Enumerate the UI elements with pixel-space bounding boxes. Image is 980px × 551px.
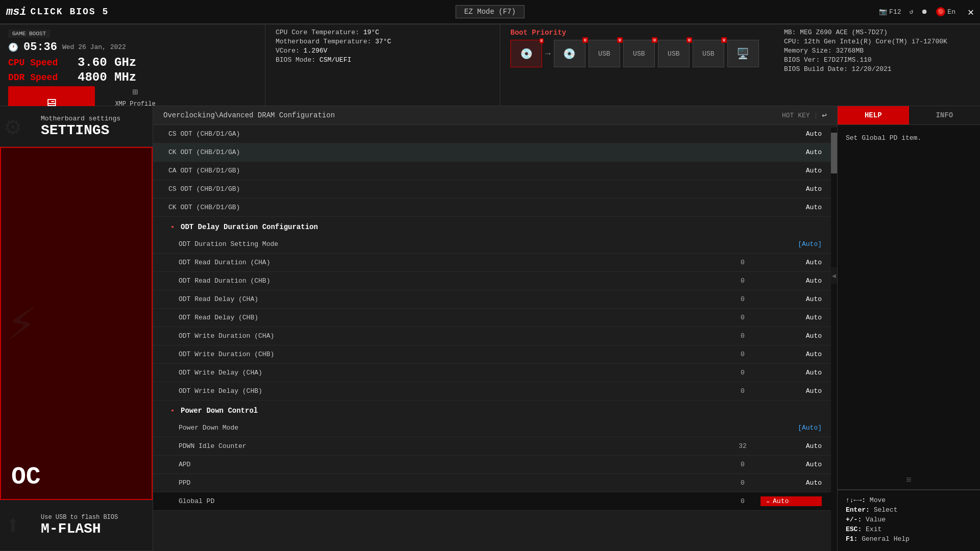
boot-device-1-icon: 💿 bbox=[520, 47, 533, 60]
key-f1: F1: General Help bbox=[846, 535, 972, 543]
row-odt-write-delay-cha[interactable]: ODT Write Delay (CHA) 0 Auto bbox=[153, 364, 837, 382]
boot-priority-label: Boot Priority bbox=[510, 29, 766, 37]
row-power-down-mode[interactable]: Power Down Mode [Auto] bbox=[153, 419, 837, 437]
row-odt-read-chb[interactable]: ODT Read Duration (CHB) 0 Auto bbox=[153, 272, 837, 290]
game-boost-button[interactable]: GAME BOOST bbox=[8, 30, 50, 38]
collapse-odt-btn[interactable]: ▪ bbox=[168, 223, 177, 231]
clock-time: 05:36 bbox=[23, 41, 57, 54]
vcore: VCore: 1.296V bbox=[276, 47, 489, 55]
usb-label-4: USB bbox=[633, 50, 645, 58]
usb-icon: ⬆ bbox=[5, 510, 20, 541]
row-odt-read-delay-cha[interactable]: ODT Read Delay (CHA) 0 Auto bbox=[153, 290, 837, 309]
tab-help[interactable]: HELP bbox=[838, 106, 909, 124]
mflash-title: M-FLASH bbox=[41, 521, 118, 537]
mb-info-5: BIOS Build Date: 12/20/2021 bbox=[784, 65, 972, 73]
clock-icon: 🕐 bbox=[8, 42, 18, 53]
language-control[interactable]: 🔴 En bbox=[936, 7, 955, 16]
boot-device-7-icon: 🖥️ bbox=[737, 47, 749, 60]
gear-icon: ⚙ bbox=[5, 111, 20, 142]
temp-cpu: CPU Core Temperature: 19°C bbox=[276, 29, 489, 36]
cpu-speed-value: 3.60 GHz bbox=[78, 56, 136, 69]
key-enter: Enter: Select bbox=[846, 506, 972, 514]
boot-arrow-1: → bbox=[545, 48, 551, 59]
usb-badge-1: U bbox=[540, 38, 544, 43]
refresh-control[interactable]: ↺ bbox=[910, 8, 914, 16]
row-pdwn-idle[interactable]: PDWN Idle Counter 32 Auto bbox=[153, 437, 837, 456]
row-odt-duration-mode[interactable]: ODT Duration Setting Mode [Auto] bbox=[153, 235, 837, 254]
ez-mode-button[interactable]: EZ Mode (F7) bbox=[456, 5, 525, 18]
row-ca-odt-chb-d1-gb[interactable]: CA ODT (CHB/D1/GB) Auto bbox=[153, 162, 837, 180]
hotkey-area: HOT KEY | ↩ bbox=[782, 110, 827, 120]
collapse-power-btn[interactable]: ▪ bbox=[168, 407, 177, 415]
screenshot-control[interactable]: 📷 F12 bbox=[879, 8, 901, 16]
scrollbar-track[interactable] bbox=[831, 128, 837, 551]
boot-device-3[interactable]: USB U bbox=[589, 40, 620, 67]
row-odt-read-cha[interactable]: ODT Read Duration (CHA) 0 Auto bbox=[153, 254, 837, 272]
sidebar-item-oc[interactable]: ⚡ OC bbox=[0, 147, 153, 500]
row-ck-odt-chb-d1-gb[interactable]: CK ODT (CHB/D1/GB) Auto bbox=[153, 198, 837, 217]
clock-row: 🕐 05:36 Wed 26 Jan, 2022 bbox=[8, 41, 257, 54]
top-bar: msi CLICK BIOS 5 EZ Mode (F7) 📷 F12 ↺ ⏺ … bbox=[0, 0, 980, 24]
record-control[interactable]: ⏺ bbox=[921, 8, 928, 16]
top-right-controls: 📷 F12 ↺ ⏺ 🔴 En ✕ bbox=[879, 6, 974, 18]
row-odt-write-dur-chb[interactable]: ODT Write Duration (CHB) 0 Auto bbox=[153, 345, 837, 364]
back-button[interactable]: ↩ bbox=[822, 110, 827, 120]
boot-device-7[interactable]: 🖥️ bbox=[727, 40, 759, 67]
row-cs-odt-chb-d1-ga[interactable]: CS ODT (CHB/D1/GA) Auto bbox=[153, 125, 837, 143]
mb-info-4: BIOS Ver: E7D27IMS.110 bbox=[784, 56, 972, 64]
boot-device-4[interactable]: USB U bbox=[623, 40, 655, 67]
temp-mb: Motherboard Temperature: 37°C bbox=[276, 38, 489, 45]
global-pd-selected-value[interactable]: ✏ Auto bbox=[761, 496, 822, 506]
panel-expand-arrow[interactable]: ◀ bbox=[831, 267, 837, 284]
row-apd[interactable]: APD 0 Auto bbox=[153, 456, 837, 474]
usb-badge-4: U bbox=[652, 37, 657, 43]
right-tabs: HELP INFO bbox=[838, 106, 980, 125]
sidebar-item-settings[interactable]: ⚙ Motherboard settings SETTINGS bbox=[0, 106, 153, 147]
usb-label-5: USB bbox=[668, 50, 679, 58]
usb-badge-5: U bbox=[687, 37, 692, 43]
cpu-speed-row: CPU Speed 3.60 GHz bbox=[8, 56, 257, 69]
row-odt-write-delay-chb[interactable]: ODT Write Delay (CHB) 0 Auto bbox=[153, 382, 837, 400]
settings-area: Overclocking\Advanced DRAM Configuration… bbox=[153, 106, 837, 551]
settings-title: SETTINGS bbox=[41, 122, 120, 138]
scrollbar-thumb[interactable] bbox=[831, 133, 837, 173]
clock-date: Wed 26 Jan, 2022 bbox=[62, 43, 126, 51]
sidebar-mflash-text: Use USB to flash BIOS M-FLASH bbox=[41, 514, 118, 537]
bios-mode: BIOS Mode: CSM/UEFI bbox=[276, 56, 489, 64]
main-content: ⚙ Motherboard settings SETTINGS ⚡ OC ⬆ U… bbox=[0, 106, 980, 551]
settings-list: CS ODT (CHB/D1/GA) Auto CK ODT (CHB/D1/G… bbox=[153, 125, 837, 548]
sidebar-item-mflash[interactable]: ⬆ Use USB to flash BIOS M-FLASH bbox=[0, 500, 153, 551]
xmp-icon: ⊞ bbox=[133, 86, 138, 97]
info-left-panel: GAME BOOST 🕐 05:36 Wed 26 Jan, 2022 CPU … bbox=[0, 24, 265, 106]
settings-label: Motherboard settings bbox=[41, 115, 120, 122]
close-button[interactable]: ✕ bbox=[968, 6, 974, 18]
boot-device-1[interactable]: 💿 U bbox=[510, 40, 542, 67]
row-odt-write-dur-cha[interactable]: ODT Write Duration (CHA) 0 Auto bbox=[153, 327, 837, 345]
key-esc: ESC: Exit bbox=[846, 525, 972, 533]
tab-info[interactable]: INFO bbox=[909, 106, 981, 124]
refresh-icon: ↺ bbox=[910, 8, 914, 16]
usb-badge-6: U bbox=[721, 37, 727, 43]
info-bar: GAME BOOST 🕐 05:36 Wed 26 Jan, 2022 CPU … bbox=[0, 24, 980, 106]
row-odt-read-delay-chb[interactable]: ODT Read Delay (CHB) 0 Auto bbox=[153, 309, 837, 327]
row-ck-odt-chb-d1-ga[interactable]: CK ODT (CHB/D1/GA) Auto bbox=[153, 143, 837, 162]
info-center-panel: CPU Core Temperature: 19°C Motherboard T… bbox=[265, 24, 500, 106]
mb-info-3: Memory Size: 32768MB bbox=[784, 47, 972, 55]
usb-badge-2: U bbox=[582, 37, 588, 43]
bios-title: CLICK BIOS 5 bbox=[31, 7, 109, 17]
boot-device-5[interactable]: USB U bbox=[658, 40, 690, 67]
row-ppd[interactable]: PPD 0 Auto bbox=[153, 474, 837, 492]
boot-device-2[interactable]: 💿 U bbox=[554, 40, 585, 67]
key-move: ↑↓←→: Move bbox=[846, 496, 972, 504]
panel-scroll-indicator: ≡ bbox=[838, 475, 980, 485]
oc-bg-icon: ⚡ bbox=[6, 292, 37, 355]
usb-label-3: USB bbox=[598, 50, 610, 58]
f12-label: F12 bbox=[889, 8, 901, 16]
boot-device-6[interactable]: USB U bbox=[693, 40, 724, 67]
row-global-pd[interactable]: Global PD 0 ✏ Auto bbox=[153, 492, 837, 511]
row-cs-odt-chb-d1-gb[interactable]: CS ODT (CHB/D1/GB) Auto bbox=[153, 180, 837, 198]
cpu-speed-label: CPU Speed bbox=[8, 58, 69, 68]
boot-device-2-icon: 💿 bbox=[563, 47, 576, 60]
language-label: En bbox=[947, 8, 955, 16]
ddr-speed-value: 4800 MHz bbox=[78, 70, 136, 84]
